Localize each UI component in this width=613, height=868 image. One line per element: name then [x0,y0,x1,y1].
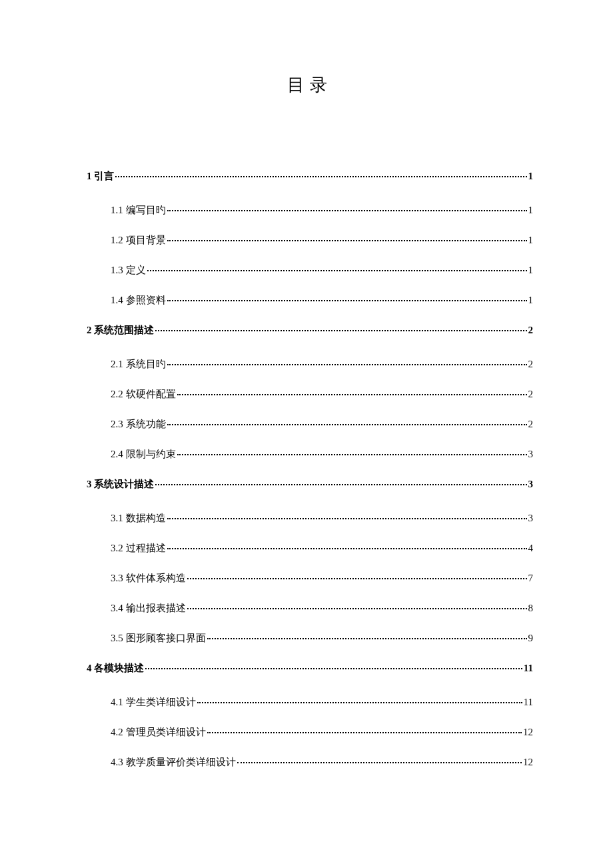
table-of-contents: 1 引言11.1 编写目旳11.2 项目背景11.3 定义11.4 参照资料12… [87,170,533,769]
toc-entry: 4.1 学生类详细设计11 [87,696,533,709]
toc-leader-dots [155,330,526,331]
toc-leader-dots [207,732,522,733]
toc-entry-page: 2 [528,389,534,400]
toc-entry-label: 2.2 软硬件配置 [111,388,176,401]
toc-leader-dots [187,608,527,609]
toc-leader-dots [167,210,527,211]
toc-entry-label: 4.2 管理员类详细设计 [111,726,206,739]
toc-leader-dots [145,668,522,669]
toc-entry-page: 11 [524,697,533,708]
toc-entry: 4.2 管理员类详细设计12 [87,726,533,739]
toc-entry: 2.3 系统功能2 [87,418,533,431]
toc-entry-page: 2 [528,359,534,370]
toc-entry-label: 4.1 学生类详细设计 [111,696,196,709]
toc-entry-label: 1 引言 [87,170,114,183]
toc-leader-dots [167,240,527,241]
toc-leader-dots [197,702,522,703]
toc-entry-label: 3.2 过程描述 [111,542,166,555]
toc-entry: 3.3 软件体系构造7 [87,572,533,585]
toc-leader-dots [177,454,527,455]
toc-entry: 3.2 过程描述4 [87,542,533,555]
toc-entry: 3.5 图形顾客接口界面9 [87,632,533,645]
toc-entry-label: 2 系统范围描述 [87,324,154,337]
toc-leader-dots [147,270,527,271]
toc-entry-label: 1.2 项目背景 [111,234,166,247]
toc-entry-label: 2.3 系统功能 [111,418,166,431]
toc-entry-label: 2.4 限制与约束 [111,448,176,461]
toc-entry: 4 各模块描述11 [87,662,533,675]
toc-entry: 1.2 项目背景1 [87,234,533,247]
toc-entry-page: 11 [524,663,533,674]
toc-entry: 1.3 定义1 [87,264,533,277]
toc-entry-label: 1.1 编写目旳 [111,204,166,217]
toc-entry-label: 2.1 系统目旳 [111,358,166,371]
toc-entry-page: 1 [528,265,534,276]
toc-entry-page: 1 [528,171,534,182]
toc-entry-page: 8 [528,603,534,614]
toc-leader-dots [187,578,527,579]
toc-leader-dots [167,518,527,519]
toc-entry-label: 4.3 教学质量评价类详细设计 [111,756,236,769]
toc-entry-page: 2 [528,325,534,336]
toc-leader-dots [237,762,522,763]
toc-entry-label: 3.1 数据构造 [111,512,166,525]
toc-entry-label: 3.5 图形顾客接口界面 [111,632,206,645]
toc-entry-page: 1 [528,205,534,216]
toc-leader-dots [167,364,527,365]
toc-entry-page: 1 [528,295,534,306]
toc-entry-label: 3.4 输出报表描述 [111,602,186,615]
toc-entry-label: 3.3 软件体系构造 [111,572,186,585]
toc-entry: 2.1 系统目旳2 [87,358,533,371]
toc-entry-page: 12 [523,757,533,768]
toc-leader-dots [167,424,527,425]
toc-entry-page: 3 [528,513,534,524]
toc-entry: 4.3 教学质量评价类详细设计12 [87,756,533,769]
toc-entry-page: 3 [528,449,534,460]
toc-entry-label: 3 系统设计描述 [87,478,154,491]
toc-entry: 1 引言1 [87,170,533,183]
toc-leader-dots [167,548,527,549]
toc-entry: 2.2 软硬件配置2 [87,388,533,401]
toc-entry-page: 2 [528,419,534,430]
toc-entry-label: 4 各模块描述 [87,662,144,675]
toc-entry-page: 1 [528,235,534,246]
toc-entry: 3.1 数据构造3 [87,512,533,525]
toc-leader-dots [207,638,527,639]
document-page: 目录 1 引言11.1 编写目旳11.2 项目背景11.3 定义11.4 参照资… [0,0,613,826]
toc-entry-page: 4 [528,543,534,554]
toc-entry-page: 9 [528,633,534,644]
toc-entry: 2.4 限制与约束3 [87,448,533,461]
toc-entry-page: 12 [523,727,533,738]
toc-entry-label: 1.4 参照资料 [111,294,166,307]
toc-entry-label: 1.3 定义 [111,264,146,277]
toc-leader-dots [167,300,527,301]
toc-entry: 2 系统范围描述2 [87,324,533,337]
toc-entry: 1.1 编写目旳1 [87,204,533,217]
toc-entry-page: 3 [528,479,534,490]
toc-entry: 1.4 参照资料1 [87,294,533,307]
toc-title: 目录 [87,73,533,97]
toc-entry: 3 系统设计描述3 [87,478,533,491]
toc-leader-dots [177,394,527,395]
toc-leader-dots [155,484,526,485]
toc-entry-page: 7 [528,573,534,584]
toc-leader-dots [115,176,526,177]
toc-entry: 3.4 输出报表描述8 [87,602,533,615]
